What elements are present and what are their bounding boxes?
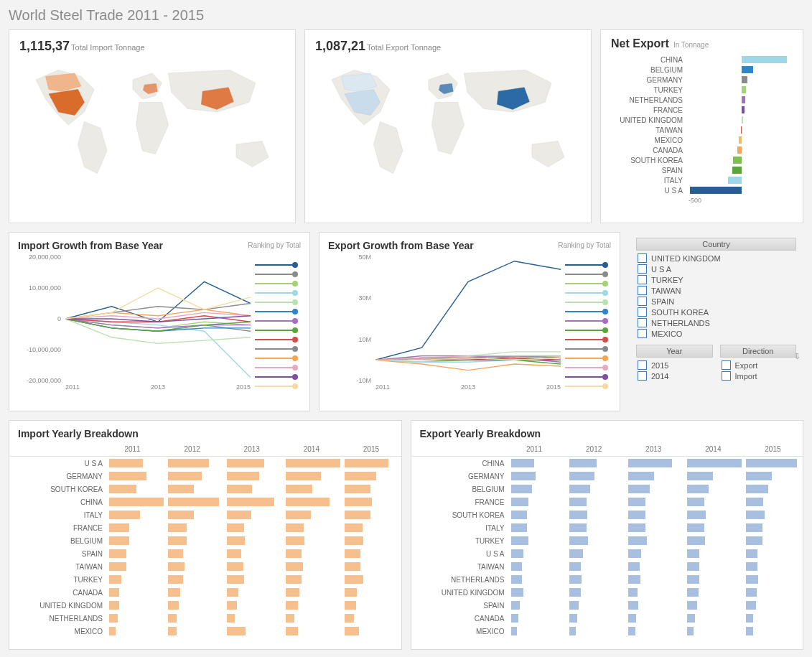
checkbox-icon[interactable] bbox=[638, 297, 647, 306]
breakdown-row[interactable]: FRANCE bbox=[9, 521, 401, 534]
legend-item[interactable] bbox=[255, 363, 298, 372]
legend-item[interactable] bbox=[565, 288, 608, 297]
direction-filter-item[interactable]: Import bbox=[720, 371, 797, 381]
legend-item[interactable] bbox=[255, 269, 298, 279]
breakdown-row[interactable]: CANADA bbox=[411, 612, 803, 625]
breakdown-row[interactable]: SOUTH KOREA bbox=[9, 483, 401, 495]
breakdown-row[interactable]: SOUTH KOREA bbox=[411, 508, 803, 521]
net-export-row[interactable]: TAIWAN bbox=[611, 125, 793, 135]
checkbox-icon[interactable] bbox=[638, 329, 647, 338]
net-export-row[interactable]: FRANCE bbox=[611, 105, 793, 115]
net-export-row[interactable]: ITALY bbox=[611, 175, 793, 185]
checkbox-icon[interactable] bbox=[638, 286, 647, 295]
country-filter-item[interactable]: MEXICO bbox=[636, 328, 796, 339]
breakdown-row[interactable]: GERMANY bbox=[9, 470, 401, 483]
legend-item[interactable] bbox=[255, 381, 298, 391]
legend-item[interactable] bbox=[255, 372, 298, 381]
breakdown-row[interactable]: MEXICO bbox=[411, 625, 803, 638]
breakdown-row[interactable]: SPAIN bbox=[411, 599, 803, 612]
breakdown-row[interactable]: SPAIN bbox=[9, 547, 401, 560]
breakdown-row[interactable]: NETHERLANDS bbox=[9, 612, 401, 625]
legend-item[interactable] bbox=[565, 307, 608, 316]
legend-item[interactable] bbox=[255, 325, 298, 335]
breakdown-row[interactable]: CHINA bbox=[9, 495, 401, 508]
legend-item[interactable] bbox=[255, 297, 298, 307]
net-export-row[interactable]: U S A bbox=[611, 185, 793, 195]
legend-item[interactable] bbox=[255, 260, 298, 269]
net-export-chart[interactable]: CHINABELGIUMGERMANYTURKEYNETHERLANDSFRAN… bbox=[611, 55, 793, 205]
net-export-row[interactable]: SOUTH KOREA bbox=[611, 155, 793, 165]
breakdown-row[interactable]: BELGIUM bbox=[9, 534, 401, 547]
export-breakdown-chart[interactable]: CHINAGERMANYBELGIUMFRANCESOUTH KOREAITAL… bbox=[411, 457, 803, 638]
legend-item[interactable] bbox=[565, 372, 608, 381]
country-filter-item[interactable]: NETHERLANDS bbox=[636, 317, 796, 328]
breakdown-row[interactable]: UNITED KINGDOM bbox=[411, 586, 803, 599]
net-export-row[interactable]: TURKEY bbox=[611, 85, 793, 95]
import-growth-chart[interactable]: 20,000,00010,000,0000-10,000,000-20,000,… bbox=[18, 257, 301, 393]
import-breakdown-chart[interactable]: U S AGERMANYSOUTH KOREACHINAITALYFRANCEB… bbox=[9, 457, 401, 638]
net-export-row[interactable]: UNITED KINGDOM bbox=[611, 115, 793, 125]
legend-item[interactable] bbox=[565, 260, 608, 269]
breakdown-row[interactable]: FRANCE bbox=[411, 495, 803, 508]
scroll-down-icon[interactable]: ⇩ bbox=[794, 352, 801, 361]
net-export-row[interactable]: CHINA bbox=[611, 55, 793, 65]
breakdown-row[interactable]: U S A bbox=[411, 547, 803, 560]
export-world-map[interactable] bbox=[305, 54, 591, 189]
breakdown-row[interactable]: CANADA bbox=[9, 586, 401, 599]
direction-filter-item[interactable]: Export bbox=[720, 360, 797, 371]
country-filter-header[interactable]: Country bbox=[636, 238, 796, 251]
breakdown-row[interactable]: TURKEY bbox=[9, 573, 401, 586]
breakdown-row[interactable]: CHINA bbox=[411, 457, 803, 470]
legend-item[interactable] bbox=[565, 325, 608, 335]
breakdown-row[interactable]: MEXICO bbox=[9, 625, 401, 638]
legend-item[interactable] bbox=[565, 316, 608, 325]
legend-item[interactable] bbox=[565, 344, 608, 353]
country-filter-item[interactable]: UNITED KINGDOM bbox=[636, 253, 796, 264]
net-export-row[interactable]: SPAIN bbox=[611, 165, 793, 175]
net-export-row[interactable]: NETHERLANDS bbox=[611, 95, 793, 105]
net-export-row[interactable]: CANADA bbox=[611, 145, 793, 155]
checkbox-icon[interactable] bbox=[722, 360, 731, 370]
breakdown-row[interactable]: BELGIUM bbox=[411, 483, 803, 495]
legend-item[interactable] bbox=[255, 353, 298, 363]
checkbox-icon[interactable] bbox=[638, 275, 647, 284]
import-world-map[interactable] bbox=[9, 54, 295, 189]
breakdown-row[interactable]: TURKEY bbox=[411, 534, 803, 547]
legend-item[interactable] bbox=[255, 344, 298, 353]
legend-item[interactable] bbox=[565, 335, 608, 344]
breakdown-row[interactable]: ITALY bbox=[411, 521, 803, 534]
breakdown-row[interactable]: U S A bbox=[9, 457, 401, 470]
export-growth-chart[interactable]: 50M30M10M-10M201120132015 bbox=[328, 257, 611, 393]
legend-item[interactable] bbox=[565, 297, 608, 307]
checkbox-icon[interactable] bbox=[638, 318, 647, 327]
checkbox-icon[interactable] bbox=[638, 371, 647, 381]
legend-item[interactable] bbox=[255, 316, 298, 325]
checkbox-icon[interactable] bbox=[638, 253, 647, 263]
net-export-row[interactable]: BELGIUM bbox=[611, 65, 793, 75]
direction-filter-header[interactable]: Direction bbox=[720, 345, 797, 358]
legend-item[interactable] bbox=[565, 363, 608, 372]
legend-item[interactable] bbox=[255, 307, 298, 316]
breakdown-row[interactable]: ITALY bbox=[9, 508, 401, 521]
checkbox-icon[interactable] bbox=[638, 307, 647, 317]
checkbox-icon[interactable] bbox=[638, 264, 647, 274]
country-filter-item[interactable]: SOUTH KOREA bbox=[636, 307, 796, 317]
net-export-row[interactable]: MEXICO bbox=[611, 135, 793, 145]
legend-item[interactable] bbox=[565, 353, 608, 363]
breakdown-row[interactable]: NETHERLANDS bbox=[411, 573, 803, 586]
year-filter-item[interactable]: 2015 bbox=[636, 360, 713, 371]
checkbox-icon[interactable] bbox=[638, 360, 647, 370]
breakdown-row[interactable]: UNITED KINGDOM bbox=[9, 599, 401, 612]
country-filter-item[interactable]: U S A bbox=[636, 264, 796, 274]
legend-item[interactable] bbox=[255, 335, 298, 344]
country-filter-item[interactable]: TAIWAN bbox=[636, 285, 796, 296]
checkbox-icon[interactable] bbox=[722, 371, 731, 381]
breakdown-row[interactable]: GERMANY bbox=[411, 470, 803, 483]
breakdown-row[interactable]: TAIWAN bbox=[411, 560, 803, 573]
country-filter-item[interactable]: SPAIN bbox=[636, 296, 796, 307]
country-filter-item[interactable]: TURKEY bbox=[636, 274, 796, 285]
legend-item[interactable] bbox=[255, 288, 298, 297]
legend-item[interactable] bbox=[565, 279, 608, 288]
legend-item[interactable] bbox=[565, 381, 608, 391]
year-filter-header[interactable]: Year bbox=[636, 345, 713, 358]
